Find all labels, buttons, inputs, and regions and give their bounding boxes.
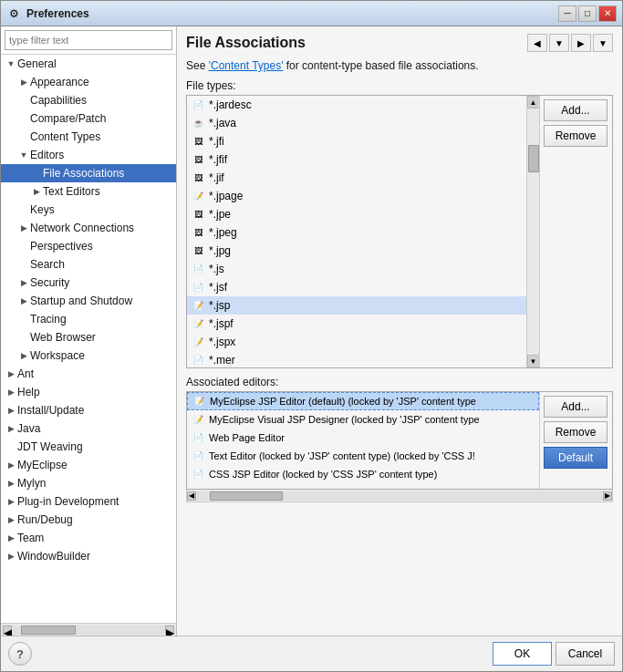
tree-item-compare-patch[interactable]: Compare/Patch	[1, 109, 176, 128]
tree-item-general[interactable]: ▼ General	[1, 55, 176, 73]
tree-item-content-types[interactable]: Content Types	[1, 128, 176, 146]
assoc-add-button[interactable]: Add...	[544, 396, 607, 418]
expand-icon-plugin: ▶	[5, 495, 17, 508]
assoc-item-web-page-editor[interactable]: 📄 Web Page Editor	[187, 429, 539, 447]
content-types-link[interactable]: 'Content Types'	[209, 59, 284, 72]
vscroll-up-btn[interactable]: ▲	[527, 96, 540, 109]
expand-icon-text-editors: ▶	[30, 185, 43, 198]
tree-item-tracing[interactable]: Tracing	[1, 310, 176, 328]
file-type-jspx[interactable]: 📝 *.jspx	[187, 333, 526, 351]
expand-icon-security: ▶	[17, 276, 30, 289]
expand-icon-network: ▶	[17, 222, 30, 234]
assoc-hscroll-right[interactable]: ▶	[603, 491, 612, 501]
preferences-window: ⚙ Preferences ─ □ ✕ ▼ General ▶ Appearan…	[0, 0, 623, 672]
window-title: Preferences	[26, 7, 558, 20]
tree-item-editors[interactable]: ▼ Editors	[1, 146, 176, 164]
tree-item-web-browser[interactable]: Web Browser	[1, 328, 176, 346]
tree-item-help[interactable]: ▶ Help	[1, 383, 176, 401]
tree-item-workspace[interactable]: ▶ Workspace	[1, 346, 176, 365]
tree-item-mylyn[interactable]: ▶ Mylyn	[1, 474, 176, 492]
expand-icon-general: ▼	[5, 57, 17, 70]
file-type-java[interactable]: ☕ *.java	[187, 114, 526, 132]
h-scroll-right[interactable]: ▶	[165, 625, 174, 635]
tree-item-plugin[interactable]: ▶ Plug-in Development	[1, 492, 176, 511]
file-type-jif[interactable]: 🖼 *.jif	[187, 169, 526, 187]
file-type-mer[interactable]: 📄 *.mer	[187, 351, 526, 367]
assoc-item-text-editor[interactable]: 📄 Text Editor (locked by 'JSP' content t…	[187, 447, 539, 465]
tree-item-capabilities[interactable]: Capabilities	[1, 91, 176, 109]
panel-toolbar: ◀ ▼ ▶ ▼	[527, 34, 613, 52]
tree-item-install[interactable]: ▶ Install/Update	[1, 401, 176, 419]
tree-item-team[interactable]: ▶ Team	[1, 529, 176, 547]
assoc-hscroll-left[interactable]: ◀	[187, 491, 196, 501]
file-remove-button[interactable]: Remove	[544, 125, 607, 147]
file-add-button[interactable]: Add...	[544, 99, 607, 121]
file-types-vscrollbar[interactable]: ▲ ▼	[526, 96, 539, 367]
expand-icon-help: ▶	[5, 386, 17, 398]
file-type-jsp[interactable]: 📝 *.jsp	[187, 296, 526, 315]
right-panel: File Associations ◀ ▼ ▶ ▼ See 'Content T…	[177, 26, 622, 636]
vscroll-down-btn[interactable]: ▼	[527, 355, 540, 367]
file-icon-jif: 🖼	[191, 171, 205, 185]
file-icon-mer: 📄	[191, 353, 205, 367]
tree-horizontal-scrollbar[interactable]: ◀ ▶	[1, 623, 176, 636]
tree-item-windowbuilder[interactable]: ▶ WindowBuilder	[1, 547, 176, 565]
assoc-item-css-jsp[interactable]: 📄 CSS JSP Editor (locked by 'CSS JSP' co…	[187, 465, 539, 483]
tree-item-startup[interactable]: ▶ Startup and Shutdow	[1, 292, 176, 310]
spacer-compare	[17, 112, 30, 125]
help-button[interactable]: ?	[8, 642, 32, 666]
file-type-js[interactable]: 📄 *.js	[187, 260, 526, 278]
panel-header: File Associations ◀ ▼ ▶ ▼	[177, 26, 622, 56]
assoc-icon-text: 📄	[191, 449, 205, 463]
tree-item-keys[interactable]: Keys	[1, 201, 176, 219]
tree-item-java[interactable]: ▶ Java	[1, 419, 176, 438]
h-scroll-track[interactable]	[12, 625, 165, 635]
file-type-jfif[interactable]: 🖼 *.jfif	[187, 150, 526, 169]
file-type-jspf[interactable]: 📝 *.jspf	[187, 315, 526, 333]
tree-item-security[interactable]: ▶ Security	[1, 274, 176, 292]
ok-button[interactable]: OK	[493, 642, 552, 666]
h-scroll-left[interactable]: ◀	[3, 625, 12, 635]
assoc-item-visual-jsp[interactable]: 📝 MyEclipse Visual JSP Designer (locked …	[187, 410, 539, 429]
tree-item-run-debug[interactable]: ▶ Run/Debug	[1, 511, 176, 529]
file-type-jpeg[interactable]: 🖼 *.jpeg	[187, 223, 526, 242]
tree-item-text-editors[interactable]: ▶ Text Editors	[1, 182, 176, 201]
nav-back-button[interactable]: ◀	[527, 34, 547, 52]
close-button[interactable]: ✕	[598, 5, 617, 22]
nav-dropdown-button[interactable]: ▼	[549, 34, 569, 52]
file-icon-jfif: 🖼	[191, 152, 205, 167]
assoc-hscrollbar[interactable]: ◀ ▶	[186, 490, 613, 502]
maximize-button[interactable]: □	[578, 5, 597, 22]
vscroll-thumb	[528, 145, 539, 172]
file-type-jardesc[interactable]: 📄 *.jardesc	[187, 96, 526, 114]
assoc-default-button[interactable]: Default	[544, 447, 607, 469]
tree-item-jdt[interactable]: JDT Weaving	[1, 438, 176, 456]
nav-forward-button[interactable]: ▶	[571, 34, 591, 52]
assoc-remove-button[interactable]: Remove	[544, 421, 607, 443]
cancel-button[interactable]: Cancel	[556, 642, 615, 666]
tree-item-appearance[interactable]: ▶ Appearance	[1, 73, 176, 91]
file-icon-jsp: 📝	[191, 298, 205, 313]
assoc-icon-visual-jsp: 📝	[191, 412, 205, 427]
minimize-button[interactable]: ─	[558, 5, 576, 22]
tree-item-network[interactable]: ▶ Network Connections	[1, 219, 176, 237]
file-icon-jpe: 🖼	[191, 207, 205, 222]
file-type-jsf[interactable]: 📄 *.jsf	[187, 278, 526, 296]
tree-item-file-associations[interactable]: File Associations	[1, 164, 176, 182]
expand-icon-install: ▶	[5, 404, 17, 417]
tree-container: ▼ General ▶ Appearance Capabilities Comp…	[1, 55, 176, 623]
file-type-jpg[interactable]: 🖼 *.jpg	[187, 242, 526, 260]
tree-item-search[interactable]: Search	[1, 255, 176, 274]
vscroll-track[interactable]	[527, 109, 539, 355]
assoc-hscroll-track[interactable]	[196, 491, 603, 501]
filter-input[interactable]	[5, 30, 172, 50]
file-type-jpage[interactable]: 📝 *.jpage	[187, 187, 526, 205]
tree-item-ant[interactable]: ▶ Ant	[1, 365, 176, 383]
nav-menu-button[interactable]: ▼	[593, 34, 613, 52]
file-type-jfi[interactable]: 🖼 *.jfi	[187, 132, 526, 150]
tree-item-myeclipse[interactable]: ▶ MyEclipse	[1, 456, 176, 474]
file-type-jpe[interactable]: 🖼 *.jpe	[187, 205, 526, 223]
assoc-item-myeclipse-jsp[interactable]: 📝 MyEclipse JSP Editor (default) (locked…	[187, 392, 539, 410]
expand-icon-myeclipse: ▶	[5, 459, 17, 471]
tree-item-perspectives[interactable]: Perspectives	[1, 237, 176, 255]
